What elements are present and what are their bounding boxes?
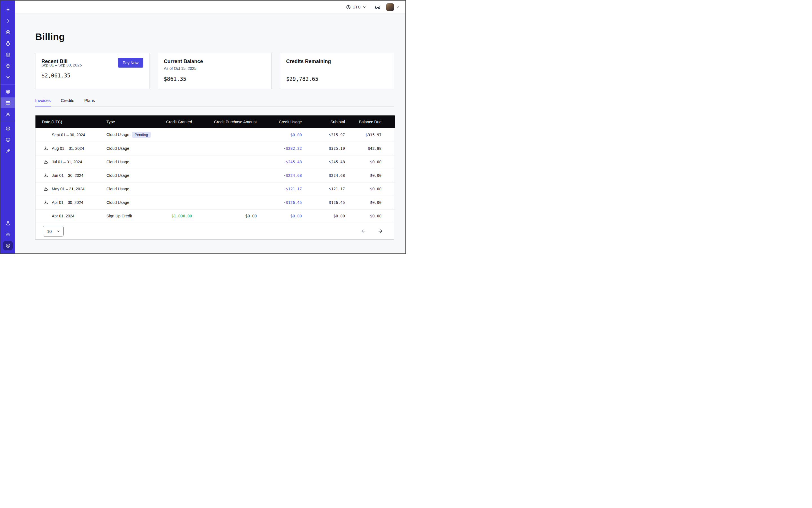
- sidebar-item-globe-icon[interactable]: [1, 86, 15, 97]
- sidebar-item-settings-gear-icon[interactable]: [1, 109, 15, 119]
- subtotal-value: $126.45: [303, 196, 347, 209]
- topbar: UTC: [15, 1, 405, 14]
- credit-purchase-value: [193, 155, 258, 169]
- chevron-down-icon: [396, 5, 400, 9]
- main-column: UTC Billing Recent Bill: [15, 1, 405, 253]
- balance-due-value: $0.00: [347, 169, 395, 182]
- invoice-date: Aug 01 – 31, 2024: [52, 146, 84, 151]
- next-page-button[interactable]: [377, 228, 384, 235]
- page-size-select[interactable]: 10: [43, 226, 63, 237]
- invoice-type: Cloud Usage: [106, 187, 129, 191]
- credits-remaining-sub: [286, 66, 388, 71]
- download-icon: [43, 187, 48, 192]
- table-pager: 10: [36, 223, 394, 239]
- sidebar-item-target-icon[interactable]: [1, 27, 15, 37]
- status-badge: Pending: [132, 132, 151, 138]
- sidebar-item-rocket-icon[interactable]: [1, 145, 15, 156]
- invoice-date: Apr 01 – 30, 2024: [52, 200, 83, 205]
- sidebar-bottom-group: [1, 217, 15, 251]
- app-logo-icon[interactable]: [1, 4, 15, 15]
- subtotal-value: $0.00: [303, 209, 347, 223]
- credit-usage-value: -$245.48: [258, 155, 303, 169]
- invoice-row: Jul 01 – 31, 2024 Cloud Usage -$245.48 $…: [36, 155, 395, 169]
- sidebar-item-layers-icon[interactable]: [1, 49, 15, 60]
- invoice-row: Apr 01 – 30, 2024 Cloud Usage -$126.45 $…: [36, 196, 395, 209]
- credit-purchase-value: [193, 128, 258, 142]
- avatar: [386, 3, 394, 11]
- chevron-down-icon: [56, 229, 60, 233]
- download-icon: [43, 146, 48, 151]
- invoice-type: Cloud Usage: [106, 200, 129, 205]
- invoice-date: Jul 01 – 31, 2024: [52, 160, 82, 164]
- invoice-type: Cloud Usage: [106, 160, 129, 164]
- sidebar-collapse-chevron-icon[interactable]: [1, 15, 15, 26]
- subtotal-value: $224.68: [303, 169, 347, 182]
- column-header-credit-purchase: Credit Purchase Amount: [193, 116, 258, 128]
- invoice-date: May 01 – 31, 2024: [52, 187, 84, 191]
- credit-usage-value: -$121.17: [258, 182, 303, 196]
- tab-invoices[interactable]: Invoices: [35, 98, 51, 107]
- credit-usage-value: -$126.45: [258, 196, 303, 209]
- arrow-left-icon: [361, 228, 366, 234]
- sidebar-item-flask-icon[interactable]: [1, 218, 15, 228]
- credit-granted-value: [161, 169, 193, 182]
- invoice-row: May 01 – 31, 2024 Cloud Usage -$121.17 $…: [36, 182, 395, 196]
- download-icon: [43, 160, 48, 164]
- download-invoice-button[interactable]: [43, 173, 49, 178]
- user-menu[interactable]: [386, 3, 400, 11]
- dollar-coin-tile: [3, 241, 13, 250]
- invoice-type: Cloud Usage: [106, 132, 129, 137]
- balance-due-value: $0.00: [347, 209, 395, 223]
- sidebar-item-timer-icon[interactable]: [1, 38, 15, 49]
- credit-purchase-value: [193, 142, 258, 155]
- sidebar-item-cube-icon[interactable]: [1, 60, 15, 71]
- credit-purchase-value: [193, 169, 258, 182]
- credit-granted-value: [161, 128, 193, 142]
- billing-tabs: Invoices Credits Plans: [35, 98, 394, 107]
- sidebar-item-circle-x-icon[interactable]: [1, 123, 15, 134]
- prev-page-button[interactable]: [360, 228, 367, 235]
- invoice-date: Sept 01 – 30, 2024: [52, 133, 85, 137]
- download-icon: [43, 200, 48, 205]
- credit-purchase-value: [193, 182, 258, 196]
- current-balance-amount: $861.35: [164, 76, 266, 82]
- column-header-credit-granted: Credit Granted: [161, 116, 193, 128]
- sidebar-item-monitor-icon[interactable]: [1, 134, 15, 145]
- tab-credits[interactable]: Credits: [61, 98, 74, 107]
- billing-page: Billing Recent Bill Pay Now Sep 01 – Sep…: [15, 14, 405, 253]
- credit-usage-value: -$282.22: [258, 142, 303, 155]
- pay-now-button[interactable]: Pay Now: [118, 58, 143, 68]
- download-icon: [43, 173, 48, 178]
- arrow-right-icon: [378, 228, 383, 234]
- clock-icon: [346, 5, 351, 9]
- sidebar-item-dollar-coin-icon[interactable]: [1, 240, 15, 251]
- subtotal-value: $245.48: [303, 155, 347, 169]
- timezone-selector[interactable]: UTC: [346, 5, 366, 9]
- sidebar-item-billing-card-icon[interactable]: [1, 97, 15, 108]
- invoice-row: Jun 01 – 30, 2024 Cloud Usage -$224.68 $…: [36, 169, 395, 182]
- credit-granted-value: [161, 182, 193, 196]
- credit-usage-value: -$224.68: [258, 169, 303, 182]
- credit-granted-value: [161, 196, 193, 209]
- glasses-icon[interactable]: [375, 4, 381, 10]
- subtotal-value: $121.17: [303, 182, 347, 196]
- billing-app-window: UTC Billing Recent Bill: [0, 0, 406, 254]
- column-header-subtotal: Subtotal: [303, 116, 347, 128]
- balance-due-value: $0.00: [347, 196, 395, 209]
- download-invoice-button[interactable]: [43, 145, 49, 152]
- credit-purchase-value: $0.00: [193, 209, 258, 223]
- credit-purchase-value: [193, 196, 258, 209]
- sidebar-divider: [1, 121, 15, 121]
- download-invoice-button[interactable]: [43, 200, 49, 206]
- download-invoice-button[interactable]: [43, 186, 49, 192]
- credit-usage-value: $0.00: [258, 128, 303, 142]
- tab-plans[interactable]: Plans: [84, 98, 95, 107]
- invoice-row: Aug 01 – 31, 2024 Cloud Usage -$282.22 $…: [36, 142, 395, 155]
- invoice-row: Apr 01, 2024 Sign Up Credit $1,000.00 $0…: [36, 209, 395, 223]
- sidebar-item-sun-icon[interactable]: [1, 229, 15, 240]
- download-invoice-button[interactable]: [43, 159, 49, 165]
- sidebar: [1, 1, 15, 253]
- table-header-row: Date (UTC) Type Credit Granted Credit Pu…: [36, 116, 395, 128]
- sidebar-item-asterisk-icon[interactable]: [1, 72, 15, 83]
- credits-remaining-title: Credits Remaining: [286, 58, 388, 65]
